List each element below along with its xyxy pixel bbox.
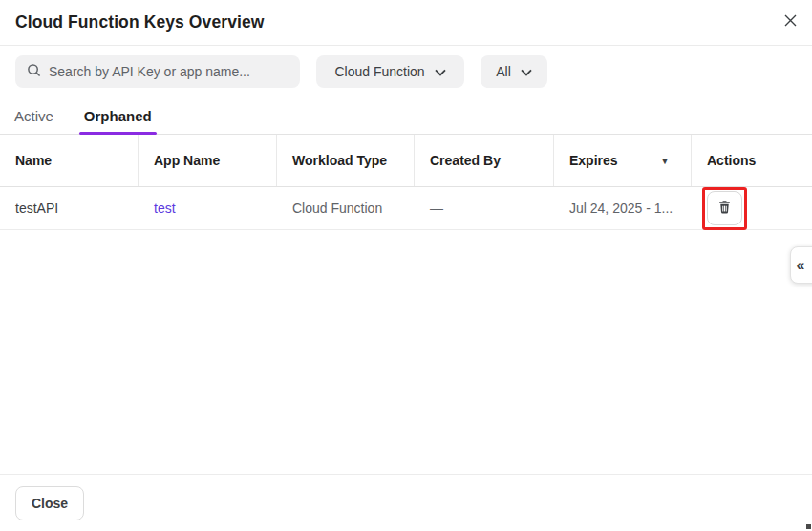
column-header-created-by: Created By bbox=[415, 135, 554, 186]
column-header-workload-type: Workload Type bbox=[277, 135, 415, 186]
column-header-expires[interactable]: Expires ▼ bbox=[554, 135, 692, 186]
cell-expires: Jul 24, 2025 - 1... bbox=[554, 187, 692, 229]
scope-filter-label: All bbox=[496, 64, 511, 79]
cell-app-name: test bbox=[139, 187, 277, 229]
delete-key-button[interactable] bbox=[707, 191, 742, 225]
scope-filter-dropdown[interactable]: All bbox=[481, 55, 547, 88]
close-modal-button[interactable] bbox=[776, 8, 804, 36]
cloud-function-keys-modal: Cloud Function Keys Overview Cloud Funct… bbox=[0, 0, 812, 531]
workload-filter-dropdown[interactable]: Cloud Function bbox=[316, 55, 464, 88]
tab-orphaned[interactable]: Orphaned bbox=[84, 97, 152, 134]
chevron-down-icon bbox=[435, 64, 446, 79]
column-header-actions: Actions bbox=[692, 135, 812, 186]
modal-header: Cloud Function Keys Overview bbox=[0, 0, 812, 46]
close-icon bbox=[784, 14, 797, 30]
trash-icon bbox=[716, 199, 733, 218]
collapse-panel-button[interactable]: « bbox=[790, 246, 812, 284]
cell-key-name: testAPI bbox=[0, 187, 139, 229]
close-button[interactable]: Close bbox=[15, 486, 84, 520]
cell-workload-type: Cloud Function bbox=[277, 187, 415, 229]
sort-descending-icon[interactable]: ▼ bbox=[660, 156, 670, 166]
cell-created-by: — bbox=[415, 187, 554, 229]
search-input[interactable] bbox=[49, 64, 288, 79]
column-header-app-name: App Name bbox=[139, 135, 277, 186]
column-header-name: Name bbox=[0, 135, 139, 186]
footer-divider bbox=[0, 474, 812, 475]
tab-active[interactable]: Active bbox=[14, 97, 53, 134]
chevron-down-icon bbox=[521, 64, 532, 79]
table-row: testAPI test Cloud Function — Jul 24, 20… bbox=[0, 187, 812, 230]
search-box[interactable] bbox=[15, 55, 300, 88]
toolbar: Cloud Function All bbox=[0, 55, 812, 88]
double-chevron-left-icon: « bbox=[797, 257, 805, 274]
workload-filter-label: Cloud Function bbox=[334, 64, 424, 79]
cell-actions bbox=[692, 187, 812, 229]
modal-title: Cloud Function Keys Overview bbox=[15, 12, 265, 32]
search-icon bbox=[27, 63, 41, 81]
table-header-row: Name App Name Workload Type Created By E… bbox=[0, 135, 812, 187]
tab-bar: Active Orphaned bbox=[0, 97, 812, 135]
resize-corner-artifact bbox=[806, 524, 811, 529]
app-name-link[interactable]: test bbox=[154, 201, 176, 216]
